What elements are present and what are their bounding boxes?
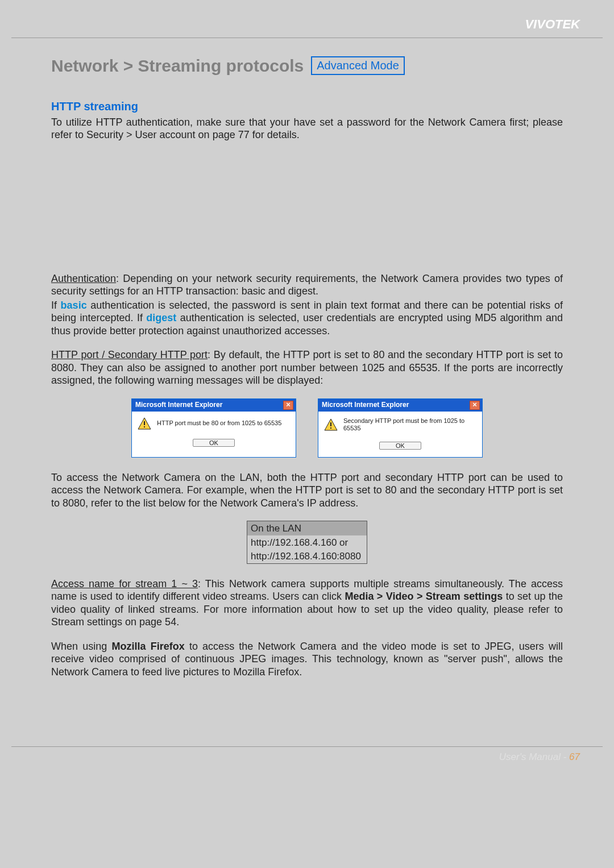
firefox-bold: Mozilla Firefox (111, 641, 184, 652)
access-label: Access name for stream 1 ~ 3 (51, 578, 198, 589)
dialog-row: Microsoft Internet Explorer × HTTP port … (51, 398, 563, 458)
lan-table: On the LAN http://192.168.4.160 or http:… (247, 521, 367, 564)
basic-word: basic (61, 300, 87, 311)
intro-paragraph: To utilize HTTP authentication, make sur… (51, 116, 563, 142)
section-heading: HTTP streaming (51, 99, 563, 114)
dialog-titlebar: Microsoft Internet Explorer × (318, 399, 482, 412)
warning-icon (324, 418, 338, 431)
dialog-message: Secondary HTTP port must be from 1025 to… (343, 417, 476, 433)
dialog-footer: OK (318, 436, 482, 457)
auth-label: Authentication (51, 273, 116, 284)
lan-url-2: http://192.168.4.160:8080 (247, 550, 367, 564)
svg-rect-1 (144, 421, 145, 425)
access-paragraph: Access name for stream 1 ~ 3: This Netwo… (51, 578, 563, 629)
warning-icon (138, 417, 151, 430)
brand-label: VIVOTEK (0, 0, 614, 38)
dialog-title: Microsoft Internet Explorer (135, 401, 222, 409)
basic-digest-paragraph: If basic authentication is selected, the… (51, 299, 563, 338)
footer-label: User's Manual - (499, 751, 569, 762)
close-icon[interactable]: × (283, 401, 293, 410)
digest-word: digest (146, 312, 176, 323)
footer-text: User's Manual - 67 (0, 747, 614, 763)
page-title: Network > Streaming protocols (51, 55, 304, 77)
dialog-http-port: Microsoft Internet Explorer × HTTP port … (131, 398, 296, 458)
close-icon[interactable]: × (470, 401, 480, 410)
lan-header-cell: On the LAN (247, 521, 367, 536)
access-bold: Media > Video > Stream settings (345, 591, 503, 602)
bottom-spacer (0, 701, 614, 746)
lan-intro-paragraph: To access the Network Camera on the LAN,… (51, 471, 563, 510)
image-placeholder (51, 153, 563, 272)
svg-rect-2 (144, 426, 145, 427)
title-row: Network > Streaming protocols Advanced M… (51, 55, 563, 77)
auth-text: : Depending on your network security req… (51, 273, 563, 297)
dialog-message: HTTP port must be 80 or from 1025 to 655… (157, 420, 281, 427)
basic-pre: If (51, 300, 61, 311)
dialog-title: Microsoft Internet Explorer (322, 401, 409, 409)
svg-rect-4 (330, 422, 331, 426)
port-label: HTTP port / Secondary HTTP port (51, 349, 208, 360)
dialog-secondary-port: Microsoft Internet Explorer × Secondary … (318, 398, 483, 458)
dialog-titlebar: Microsoft Internet Explorer × (132, 399, 296, 412)
footer-page-number: 67 (569, 751, 580, 762)
mode-badge: Advanced Mode (311, 56, 405, 75)
port-paragraph: HTTP port / Secondary HTTP port: By defa… (51, 348, 563, 387)
ok-button[interactable]: OK (379, 442, 421, 450)
ok-button[interactable]: OK (193, 439, 235, 447)
dialog-body: Secondary HTTP port must be from 1025 to… (318, 412, 482, 437)
lan-url-1: http://192.168.4.160 or (247, 535, 367, 550)
auth-paragraph: Authentication: Depending on your networ… (51, 272, 563, 298)
firefox-pre: When using (51, 641, 111, 652)
dialog-footer: OK (132, 433, 296, 454)
svg-rect-5 (330, 427, 331, 429)
page-content: Network > Streaming protocols Advanced M… (0, 38, 614, 701)
firefox-paragraph: When using Mozilla Firefox to access the… (51, 640, 563, 679)
dialog-body: HTTP port must be 80 or from 1025 to 655… (132, 412, 296, 433)
